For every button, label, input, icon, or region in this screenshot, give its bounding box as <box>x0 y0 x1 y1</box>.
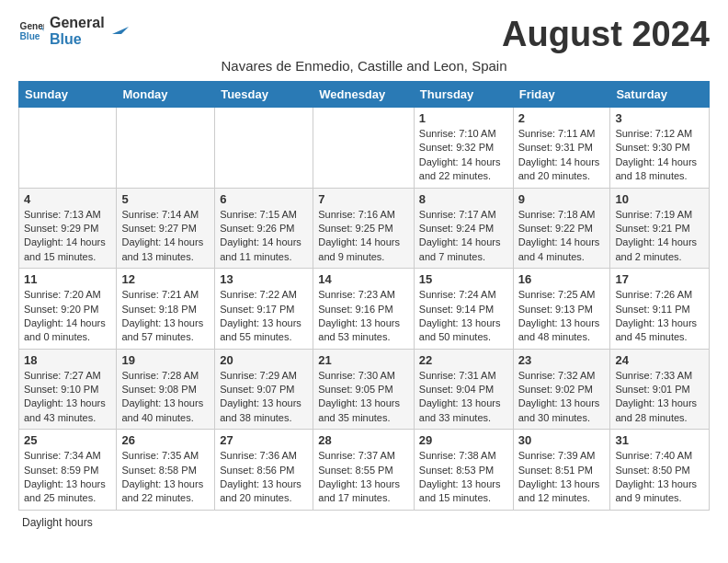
calendar-cell: 21Sunrise: 7:30 AM Sunset: 9:05 PM Dayli… <box>313 349 415 430</box>
logo-arrow-icon <box>108 17 129 38</box>
calendar-cell: 31Sunrise: 7:40 AM Sunset: 8:50 PM Dayli… <box>610 430 710 511</box>
calendar-cell: 18Sunrise: 7:27 AM Sunset: 9:10 PM Dayli… <box>19 349 117 430</box>
day-number: 19 <box>121 353 210 367</box>
day-number: 12 <box>121 272 210 286</box>
day-of-week-header: Friday <box>513 82 610 108</box>
svg-text:Blue: Blue <box>20 31 40 41</box>
calendar-cell: 22Sunrise: 7:31 AM Sunset: 9:04 PM Dayli… <box>414 349 513 430</box>
calendar-cell: 1Sunrise: 7:10 AM Sunset: 9:32 PM Daylig… <box>414 108 513 189</box>
day-info: Sunrise: 7:25 AM Sunset: 9:13 PM Dayligh… <box>518 288 606 345</box>
day-number: 24 <box>615 353 704 367</box>
day-info: Sunrise: 7:32 AM Sunset: 9:02 PM Dayligh… <box>518 369 606 426</box>
day-number: 2 <box>518 111 606 125</box>
day-number: 11 <box>24 272 111 286</box>
day-number: 9 <box>518 192 606 206</box>
day-number: 21 <box>318 353 409 367</box>
logo: General Blue General Blue <box>18 15 129 47</box>
day-number: 7 <box>318 192 409 206</box>
day-number: 25 <box>24 433 111 447</box>
calendar-cell: 24Sunrise: 7:33 AM Sunset: 9:01 PM Dayli… <box>610 349 710 430</box>
day-number: 6 <box>220 192 308 206</box>
calendar-cell: 19Sunrise: 7:28 AM Sunset: 9:08 PM Dayli… <box>117 349 215 430</box>
header: General Blue General Blue August 2024 <box>18 15 710 54</box>
day-number: 4 <box>24 192 111 206</box>
day-info: Sunrise: 7:10 AM Sunset: 9:32 PM Dayligh… <box>419 127 508 184</box>
day-info: Sunrise: 7:12 AM Sunset: 9:30 PM Dayligh… <box>615 127 704 184</box>
calendar-cell: 30Sunrise: 7:39 AM Sunset: 8:51 PM Dayli… <box>513 430 610 511</box>
logo-general-text: General <box>50 15 105 31</box>
day-info: Sunrise: 7:26 AM Sunset: 9:11 PM Dayligh… <box>615 288 704 345</box>
calendar-cell: 2Sunrise: 7:11 AM Sunset: 9:31 PM Daylig… <box>513 108 610 189</box>
calendar-cell: 5Sunrise: 7:14 AM Sunset: 9:27 PM Daylig… <box>117 188 215 269</box>
day-info: Sunrise: 7:30 AM Sunset: 9:05 PM Dayligh… <box>318 369 409 426</box>
day-number: 14 <box>318 272 409 286</box>
subtitle: Navares de Enmedio, Castille and Leon, S… <box>18 58 710 74</box>
day-number: 15 <box>419 272 508 286</box>
day-number: 20 <box>220 353 308 367</box>
day-number: 29 <box>419 433 508 447</box>
calendar-cell: 29Sunrise: 7:38 AM Sunset: 8:53 PM Dayli… <box>414 430 513 511</box>
svg-marker-3 <box>112 27 129 34</box>
day-info: Sunrise: 7:33 AM Sunset: 9:01 PM Dayligh… <box>615 369 704 426</box>
day-info: Sunrise: 7:40 AM Sunset: 8:50 PM Dayligh… <box>615 449 704 506</box>
day-number: 28 <box>318 433 409 447</box>
day-info: Sunrise: 7:27 AM Sunset: 9:10 PM Dayligh… <box>24 369 111 426</box>
day-number: 17 <box>615 272 704 286</box>
day-number: 10 <box>615 192 704 206</box>
calendar-cell: 7Sunrise: 7:16 AM Sunset: 9:25 PM Daylig… <box>313 188 415 269</box>
day-number: 1 <box>419 111 508 125</box>
calendar-cell: 20Sunrise: 7:29 AM Sunset: 9:07 PM Dayli… <box>215 349 313 430</box>
day-info: Sunrise: 7:38 AM Sunset: 8:53 PM Dayligh… <box>419 449 508 506</box>
day-number: 16 <box>518 272 606 286</box>
calendar-cell: 27Sunrise: 7:36 AM Sunset: 8:56 PM Dayli… <box>215 430 313 511</box>
calendar-cell: 8Sunrise: 7:17 AM Sunset: 9:24 PM Daylig… <box>414 188 513 269</box>
calendar-cell: 4Sunrise: 7:13 AM Sunset: 9:29 PM Daylig… <box>19 188 117 269</box>
footer-note: Daylight hours <box>18 516 710 529</box>
day-number: 3 <box>615 111 704 125</box>
day-info: Sunrise: 7:18 AM Sunset: 9:22 PM Dayligh… <box>518 208 606 265</box>
day-number: 8 <box>419 192 508 206</box>
month-title: August 2024 <box>502 15 710 54</box>
calendar-cell: 15Sunrise: 7:24 AM Sunset: 9:14 PM Dayli… <box>414 269 513 350</box>
logo-blue-text: Blue <box>50 31 105 48</box>
day-number: 13 <box>220 272 308 286</box>
day-number: 22 <box>419 353 508 367</box>
day-number: 27 <box>220 433 308 447</box>
calendar-cell <box>215 108 313 189</box>
day-of-week-header: Wednesday <box>313 82 415 108</box>
calendar-cell: 14Sunrise: 7:23 AM Sunset: 9:16 PM Dayli… <box>313 269 415 350</box>
day-info: Sunrise: 7:31 AM Sunset: 9:04 PM Dayligh… <box>419 369 508 426</box>
day-info: Sunrise: 7:14 AM Sunset: 9:27 PM Dayligh… <box>121 208 210 265</box>
day-of-week-header: Monday <box>117 82 215 108</box>
calendar-cell <box>313 108 415 189</box>
day-number: 30 <box>518 433 606 447</box>
day-number: 18 <box>24 353 111 367</box>
calendar-cell: 9Sunrise: 7:18 AM Sunset: 9:22 PM Daylig… <box>513 188 610 269</box>
calendar-cell: 17Sunrise: 7:26 AM Sunset: 9:11 PM Dayli… <box>610 269 710 350</box>
day-info: Sunrise: 7:29 AM Sunset: 9:07 PM Dayligh… <box>220 369 308 426</box>
day-info: Sunrise: 7:39 AM Sunset: 8:51 PM Dayligh… <box>518 449 606 506</box>
logo-icon: General Blue <box>18 18 44 44</box>
day-info: Sunrise: 7:13 AM Sunset: 9:29 PM Dayligh… <box>24 208 111 265</box>
calendar-cell: 16Sunrise: 7:25 AM Sunset: 9:13 PM Dayli… <box>513 269 610 350</box>
day-of-week-header: Tuesday <box>215 82 313 108</box>
day-info: Sunrise: 7:23 AM Sunset: 9:16 PM Dayligh… <box>318 288 409 345</box>
calendar-cell: 6Sunrise: 7:15 AM Sunset: 9:26 PM Daylig… <box>215 188 313 269</box>
calendar-cell: 28Sunrise: 7:37 AM Sunset: 8:55 PM Dayli… <box>313 430 415 511</box>
day-info: Sunrise: 7:16 AM Sunset: 9:25 PM Dayligh… <box>318 208 409 265</box>
calendar-cell: 10Sunrise: 7:19 AM Sunset: 9:21 PM Dayli… <box>610 188 710 269</box>
day-info: Sunrise: 7:34 AM Sunset: 8:59 PM Dayligh… <box>24 449 111 506</box>
calendar-table: SundayMondayTuesdayWednesdayThursdayFrid… <box>18 81 710 511</box>
day-number: 31 <box>615 433 704 447</box>
day-info: Sunrise: 7:20 AM Sunset: 9:20 PM Dayligh… <box>24 288 111 345</box>
day-info: Sunrise: 7:17 AM Sunset: 9:24 PM Dayligh… <box>419 208 508 265</box>
calendar-cell: 3Sunrise: 7:12 AM Sunset: 9:30 PM Daylig… <box>610 108 710 189</box>
day-info: Sunrise: 7:24 AM Sunset: 9:14 PM Dayligh… <box>419 288 508 345</box>
day-of-week-header: Sunday <box>19 82 117 108</box>
calendar-cell: 23Sunrise: 7:32 AM Sunset: 9:02 PM Dayli… <box>513 349 610 430</box>
calendar-cell: 13Sunrise: 7:22 AM Sunset: 9:17 PM Dayli… <box>215 269 313 350</box>
day-number: 23 <box>518 353 606 367</box>
day-info: Sunrise: 7:22 AM Sunset: 9:17 PM Dayligh… <box>220 288 308 345</box>
day-info: Sunrise: 7:19 AM Sunset: 9:21 PM Dayligh… <box>615 208 704 265</box>
calendar-cell <box>117 108 215 189</box>
